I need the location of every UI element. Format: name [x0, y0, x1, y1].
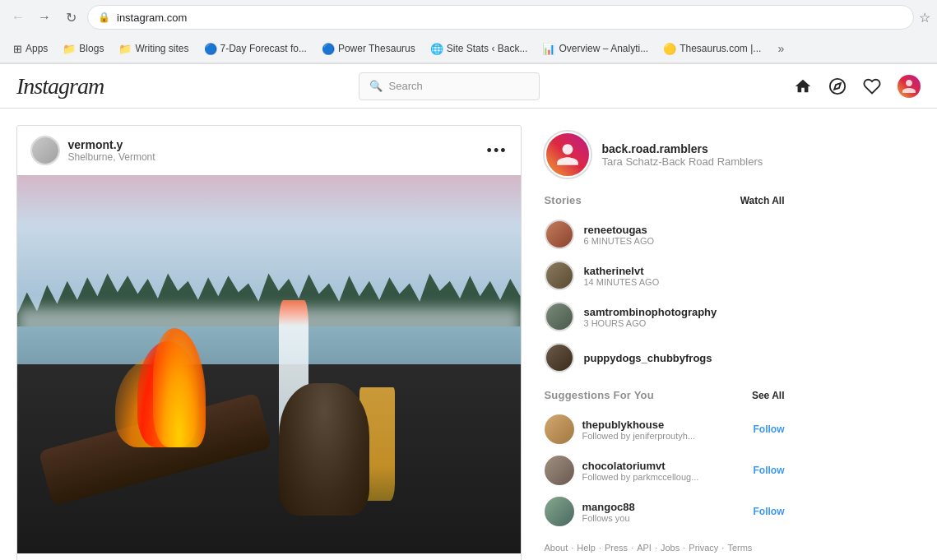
stories-header: Stories Watch All [545, 194, 785, 206]
post-feed: vermont.y Shelburne, Vermont ••• [16, 125, 522, 560]
bookmark-writing-sites[interactable]: 📁 Writing sites [112, 40, 195, 58]
story-username-2[interactable]: katherinelvt [584, 265, 660, 277]
sugg-desc-3: Follows you [582, 513, 745, 523]
story-info-2: katherinelvt 14 MINUTES AGO [584, 265, 660, 287]
bookmark-thesaurus-com-label: Thesaurus.com |... [680, 43, 761, 54]
footer-api[interactable]: API [637, 543, 652, 553]
apps-grid-icon: ⊞ [13, 43, 22, 55]
main-content: vermont.y Shelburne, Vermont ••• [16, 109, 921, 560]
address-input[interactable] [117, 12, 903, 24]
sidebar-user: back.road.ramblers Tara Schatz-Back Road… [545, 125, 785, 194]
sugg-info-2: chocolatoriumvt Followed by parkmccellou… [582, 460, 745, 482]
bookmark-stats-label: Site Stats ‹ Back... [447, 43, 528, 54]
footer-links: About · Help · Press · API · Jobs · Priv… [545, 543, 785, 553]
bookmark-thesaurus-label: Power Thesaurus [338, 43, 415, 54]
story-info-1: reneetougas 6 MINUTES AGO [584, 224, 655, 246]
nav-buttons: ← → ↻ [7, 6, 82, 29]
bookmarks-bar: ⊞ Apps 📁 Blogs 📁 Writing sites 🔵 7-Day F… [0, 35, 937, 63]
sugg-avatar-1[interactable] [545, 414, 574, 444]
sugg-avatar-2[interactable] [545, 456, 574, 485]
fire-element [108, 315, 259, 447]
browser-toolbar: ← → ↻ 🔒 ☆ [0, 0, 937, 35]
bookmark-site-stats[interactable]: 🌐 Site Stats ‹ Back... [424, 40, 535, 58]
post-card: vermont.y Shelburne, Vermont ••• [16, 125, 522, 560]
compass-button[interactable] [828, 77, 847, 95]
post-location: Shelburne, Vermont [68, 151, 155, 163]
bookmark-blogs-label: Blogs [79, 43, 104, 54]
folder-icon-writing: 📁 [118, 43, 132, 55]
instagram-header: Instagram 🔍 [0, 64, 937, 109]
bookmark-power-thesaurus[interactable]: 🔵 Power Thesaurus [315, 40, 422, 58]
see-all-link[interactable]: See All [752, 390, 785, 401]
story-avatar-3[interactable] [545, 302, 574, 331]
bookmark-thesaurus-com[interactable]: 🟡 Thesaurus.com |... [656, 40, 768, 58]
instagram-logo: Instagram [16, 73, 104, 100]
story-avatar-4[interactable] [545, 343, 574, 373]
footer-terms[interactable]: Terms [727, 543, 752, 553]
bookmark-star-button[interactable]: ☆ [919, 10, 930, 25]
stories-title: Stories [545, 194, 582, 206]
sidebar-footer: About · Help · Press · API · Jobs · Priv… [545, 543, 785, 553]
follow-button-1[interactable]: Follow [754, 423, 785, 435]
sugg-avatar-3[interactable] [545, 497, 574, 526]
suggestion-item-2: chocolatoriumvt Followed by parkmccellou… [545, 456, 785, 485]
follow-button-2[interactable]: Follow [754, 465, 785, 476]
story-item-2: katherinelvt 14 MINUTES AGO [545, 261, 785, 290]
footer-help[interactable]: Help [577, 543, 596, 553]
bookmark-writing-label: Writing sites [135, 43, 188, 54]
post-image [17, 175, 521, 553]
bookmark-analytics[interactable]: 📊 Overview – Analyti... [536, 40, 655, 58]
suggestion-item-1: thepublykhouse Followed by jeniferprouty… [545, 414, 785, 444]
flame3 [153, 328, 206, 447]
search-icon: 🔍 [369, 80, 383, 92]
thesaurus-com-icon: 🟡 [663, 43, 676, 55]
home-button[interactable] [794, 77, 812, 95]
forecast-icon: 🔵 [204, 43, 217, 55]
bookmark-apps-label: Apps [26, 43, 48, 54]
suggestions-title: Suggestions For You [545, 389, 654, 401]
story-username-4[interactable]: puppydogs_chubbyfrogs [584, 352, 712, 364]
post-actions [17, 553, 521, 560]
nav-icons [794, 75, 921, 98]
bookmark-analytics-label: Overview – Analyti... [559, 43, 648, 54]
sugg-username-1[interactable]: thepublykhouse [582, 419, 745, 431]
story-item-3: samtrombinophotography 3 HOURS AGO [545, 302, 785, 331]
sugg-username-3[interactable]: mangoc88 [582, 501, 745, 513]
story-avatar-1[interactable] [545, 220, 574, 249]
search-input[interactable] [389, 80, 529, 92]
story-avatar-2[interactable] [545, 261, 574, 290]
user-avatar[interactable] [898, 75, 921, 98]
svg-marker-1 [834, 83, 841, 90]
reload-button[interactable]: ↻ [59, 6, 82, 29]
story-username-3[interactable]: samtrombinophotography [584, 306, 717, 318]
address-bar[interactable]: 🔒 [87, 5, 914, 30]
footer-press[interactable]: Press [605, 543, 628, 553]
sidebar: back.road.ramblers Tara Schatz-Back Road… [545, 125, 785, 560]
post-more-button[interactable]: ••• [487, 142, 508, 160]
watch-all-link[interactable]: Watch All [740, 195, 785, 206]
heart-button[interactable] [863, 77, 881, 95]
thesaurus-icon: 🔵 [322, 43, 335, 55]
suggestion-item-3: mangoc88 Follows you Follow [545, 497, 785, 526]
forward-button[interactable]: → [33, 6, 56, 29]
post-username[interactable]: vermont.y [68, 138, 155, 151]
sidebar-avatar[interactable] [545, 132, 591, 178]
bookmark-blogs[interactable]: 📁 Blogs [56, 40, 110, 58]
post-user-avatar[interactable] [30, 136, 60, 165]
search-bar[interactable]: 🔍 [359, 72, 540, 100]
sugg-info-1: thepublykhouse Followed by jeniferprouty… [582, 419, 745, 441]
footer-jobs[interactable]: Jobs [661, 543, 680, 553]
back-button[interactable]: ← [7, 6, 30, 29]
story-username-1[interactable]: reneetougas [584, 224, 655, 236]
post-user-info: vermont.y Shelburne, Vermont [30, 136, 155, 165]
sugg-username-2[interactable]: chocolatoriumvt [582, 460, 745, 472]
bookmark-apps[interactable]: ⊞ Apps [7, 40, 54, 58]
sidebar-username[interactable]: back.road.ramblers [602, 142, 763, 155]
more-bookmarks-button[interactable]: » [769, 37, 792, 60]
footer-about[interactable]: About [545, 543, 568, 553]
bookmark-forecast[interactable]: 🔵 7-Day Forecast fo... [197, 40, 313, 58]
post-user-details: vermont.y Shelburne, Vermont [68, 138, 155, 163]
footer-privacy[interactable]: Privacy [689, 543, 718, 553]
follow-button-3[interactable]: Follow [754, 506, 785, 517]
lock-icon: 🔒 [98, 12, 110, 23]
